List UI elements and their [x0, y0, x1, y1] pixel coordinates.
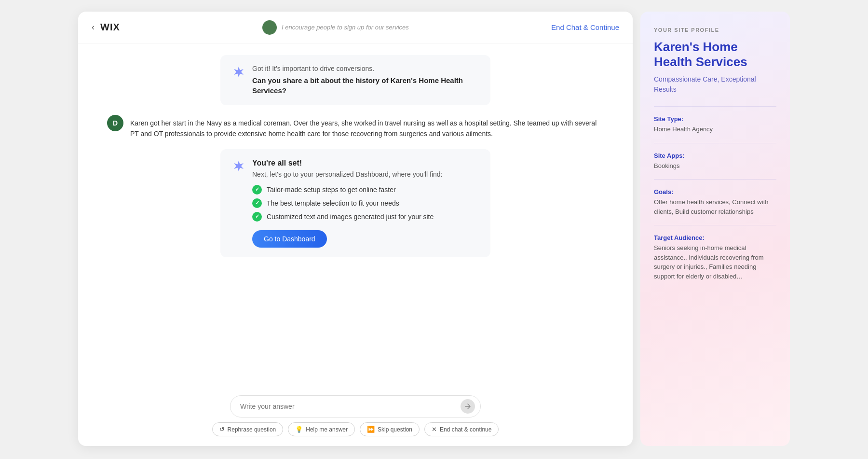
check-icon-2 [252, 198, 262, 208]
help-icon: 💡 [295, 426, 303, 433]
skip-label: Skip question [378, 426, 412, 433]
back-icon[interactable]: ‹ [92, 22, 95, 32]
field-value-2: Offer home health services, Connect with… [654, 197, 776, 216]
profile-section-label: YOUR SITE PROFILE [654, 27, 776, 33]
site-tagline: Compassionate Care, Exceptional Results [654, 74, 776, 95]
input-wrapper [230, 395, 481, 417]
allset-desc: Next, let's go to your personalized Dash… [252, 170, 479, 178]
allset-title: You're all set! [252, 159, 479, 167]
header-avatar [262, 20, 277, 35]
wix-logo: WIX [100, 22, 120, 33]
profile-field-3: Target Audience: Seniors seeking in-home… [654, 234, 776, 281]
profile-field-2: Goals: Offer home health services, Conne… [654, 188, 776, 216]
end-icon: ✕ [432, 426, 437, 433]
bot-message-2: You're all set! Next, let's go to your p… [220, 149, 490, 257]
divider-3 [654, 179, 776, 180]
help-label: Help me answer [306, 426, 348, 433]
header-center: I encourage people to sign up for our se… [262, 20, 409, 35]
send-button[interactable] [461, 399, 475, 414]
checklist-text-3: Customized text and images generated jus… [267, 213, 434, 221]
rephrase-icon: ↺ [219, 426, 225, 433]
rephrase-chip[interactable]: ↺ Rephrase question [212, 422, 284, 436]
user-text: Karen got her start in the Navy as a med… [130, 115, 604, 139]
bot-icon-2 [232, 160, 245, 173]
field-value-0: Home Health Agency [654, 125, 776, 134]
field-value-3: Seniors seeking in-home medical assistan… [654, 243, 776, 281]
checklist-item-2: The best template selection to fit your … [252, 198, 479, 208]
divider-2 [654, 143, 776, 143]
end-chat-header-button[interactable]: End Chat & Continue [551, 19, 619, 35]
action-chips: ↺ Rephrase question 💡 Help me answer ⏩ S… [107, 422, 604, 436]
profile-field-0: Site Type: Home Health Agency [654, 115, 776, 134]
checklist: Tailor-made setup steps to get online fa… [252, 185, 479, 222]
field-label-3: Target Audience: [654, 234, 776, 241]
field-value-1: Bookings [654, 161, 776, 171]
bot-text-1: Got it! It's important to drive conversi… [252, 65, 479, 96]
site-name: Karen's Home Health Services [654, 40, 776, 70]
rephrase-label: Rephrase question [228, 426, 276, 433]
go-dashboard-button[interactable]: Go to Dashboard [252, 230, 327, 248]
bot-message-1: Got it! It's important to drive conversi… [220, 55, 490, 105]
bot-text-2: You're all set! Next, let's go to your p… [252, 159, 479, 248]
header-left: ‹ WIX [92, 22, 120, 33]
bot-question-1: Can you share a bit about the history of… [252, 75, 479, 96]
checklist-text-2: The best template selection to fit your … [267, 199, 399, 207]
chat-header: ‹ WIX I encourage people to sign up for … [78, 12, 633, 43]
field-label-1: Site Apps: [654, 152, 776, 159]
checklist-text-1: Tailor-made setup steps to get online fa… [267, 186, 396, 194]
help-chip[interactable]: 💡 Help me answer [288, 422, 355, 436]
user-message: D Karen got her start in the Navy as a m… [107, 115, 604, 139]
skip-chip[interactable]: ⏩ Skip question [360, 422, 420, 436]
answer-input[interactable] [230, 395, 481, 417]
check-icon-3 [252, 212, 262, 222]
chat-panel: ‹ WIX I encourage people to sign up for … [78, 12, 633, 446]
input-area: ↺ Rephrase question 💡 Help me answer ⏩ S… [78, 388, 633, 446]
field-label-0: Site Type: [654, 115, 776, 123]
skip-icon: ⏩ [367, 426, 375, 433]
site-profile-panel: YOUR SITE PROFILE Karen's Home Health Se… [640, 12, 790, 446]
bot-icon-1 [232, 66, 245, 79]
bot-pretext-1: Got it! It's important to drive conversi… [252, 65, 479, 72]
end-label: End chat & continue [440, 426, 491, 433]
profile-field-1: Site Apps: Bookings [654, 152, 776, 171]
checklist-item-3: Customized text and images generated jus… [252, 212, 479, 222]
chat-area: Got it! It's important to drive conversi… [78, 43, 633, 388]
user-avatar: D [107, 115, 123, 131]
field-label-2: Goals: [654, 188, 776, 195]
header-preview: I encourage people to sign up for our se… [282, 24, 409, 31]
divider-4 [654, 225, 776, 225]
divider-1 [654, 106, 776, 107]
checklist-item-1: Tailor-made setup steps to get online fa… [252, 185, 479, 195]
check-icon-1 [252, 185, 262, 195]
end-chat-chip[interactable]: ✕ End chat & continue [424, 422, 499, 436]
